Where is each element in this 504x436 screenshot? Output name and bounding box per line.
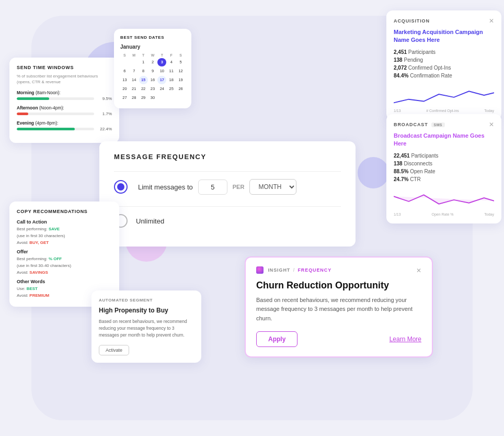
broadcast-close-button[interactable]: ✕ [489, 121, 494, 128]
cal-day-24[interactable]: 24 [157, 85, 166, 93]
cal-day-1[interactable]: 1 [139, 58, 148, 66]
afternoon-bar-val: 1.7% [97, 111, 112, 116]
cal-day-19[interactable]: 19 [176, 76, 185, 84]
insight-description: Based on recent behaviours, we recommend… [256, 296, 421, 323]
segment-description: Based on recent behaviours, we recommend… [99, 318, 194, 338]
cal-day-23[interactable]: 23 [148, 85, 157, 93]
afternoon-bar-row: 1.7% [17, 111, 112, 116]
morning-bar-fill [17, 97, 49, 100]
broadcast-stat-4: 24.7% CTR [394, 176, 494, 182]
cal-day-22[interactable]: 22 [139, 85, 148, 93]
cal-day-7[interactable]: 7 [130, 67, 139, 75]
acq-title: ACQUISITION [394, 18, 430, 24]
broadcast-title: BROADCAST [394, 122, 428, 127]
copy-offer-best: Best performing: % OFF [17, 256, 112, 262]
insight-heading: Churn Reduction Opportunity [256, 280, 421, 292]
copy-offer-heading: Offer [17, 249, 112, 254]
copy-title: COPY RECOMMENDATIONS [17, 209, 112, 214]
cal-day-8[interactable]: 8 [139, 67, 148, 75]
cal-day-13[interactable]: 13 [120, 76, 129, 84]
freq-limit-label: Limit messages to [138, 183, 193, 191]
broadcast-chart-label-end: Today [484, 213, 494, 216]
acq-stat-val-1: 2,451 [394, 49, 407, 55]
insight-actions: Apply Learn More [256, 331, 421, 347]
afternoon-bar-fill [17, 113, 28, 115]
cal-day-15[interactable]: 15 [139, 76, 148, 84]
broadcast-stat-val-4: 24.7% [394, 176, 408, 182]
broadcast-stat-val-2: 138 [394, 161, 403, 166]
insight-tag: INSIGHT / FREQUENCY [256, 267, 331, 274]
acq-stat-lbl-1: Participants [408, 49, 436, 55]
cal-header-t2: T [157, 53, 166, 58]
broadcast-stat-3: 88.5% Open Rate [394, 169, 494, 174]
cal-day-18[interactable]: 18 [167, 76, 176, 84]
acq-stat-optins: 2,072 Confirmed Opt-Ins [394, 65, 494, 71]
acq-stat-lbl-3: Confirmed Opt-Ins [408, 65, 451, 71]
acq-stat-participants: 2,451 Participants [394, 49, 494, 55]
apply-button[interactable]: Apply [256, 331, 297, 347]
learn-more-link[interactable]: Learn More [390, 336, 421, 343]
broadcast-title-row: BROADCAST SMS [394, 122, 445, 127]
acq-stat-pending: 138 Pending [394, 57, 494, 63]
freq-option-unlimited[interactable]: Unlimited [114, 206, 341, 235]
broadcast-campaign-name: Broadcast Campaign Name Goes Here [394, 132, 494, 148]
cal-day-3[interactable]: 3 [157, 58, 166, 66]
cal-header-s2: S [176, 53, 185, 58]
cal-day-30[interactable]: 30 [148, 94, 157, 102]
radio-limit-inner [117, 183, 124, 191]
copy-other-heading: Other Words [17, 279, 112, 284]
freq-option-limit[interactable]: Limit messages to PER DAY WEEK MONTH YEA… [114, 171, 341, 202]
cal-day-20[interactable]: 20 [120, 85, 129, 93]
cal-day[interactable] [120, 58, 129, 66]
cal-day-28[interactable]: 28 [130, 94, 139, 102]
cal-day-17[interactable]: 17 [157, 76, 166, 84]
calendar-grid: S M T W T F S 1 2 3 4 5 6 7 8 9 10 11 12… [120, 53, 185, 102]
sms-badge: SMS [431, 122, 445, 127]
broadcast-chart-labels: 1/13 Open Rate % Today [394, 213, 494, 216]
insight-header: INSIGHT / FREQUENCY ✕ [256, 267, 421, 274]
evening-label: Evening (4pm-8pm): [17, 120, 112, 126]
insight-frequency-card: INSIGHT / FREQUENCY ✕ Churn Reduction Op… [245, 256, 433, 357]
insight-close-button[interactable]: ✕ [416, 267, 421, 274]
segment-heading: High Propensity to Buy [99, 307, 194, 314]
cal-day [176, 94, 185, 102]
evening-bar-val: 22.4% [97, 127, 112, 131]
radio-limit[interactable] [114, 180, 128, 194]
acq-close-button[interactable]: ✕ [489, 18, 494, 24]
cal-day [167, 94, 176, 102]
acq-header: ACQUISITION ✕ [394, 18, 494, 24]
cal-header-w: W [148, 53, 157, 58]
cal-day-25[interactable]: 25 [167, 85, 176, 93]
evening-bar-row: 22.4% [17, 127, 112, 131]
cal-day-16[interactable]: 16 [148, 76, 157, 84]
broadcast-chart-label-mid: Open Rate % [431, 213, 453, 216]
cal-day-5[interactable]: 5 [176, 58, 185, 66]
acq-stat-val-3: 2,072 [394, 65, 407, 71]
cal-day-2[interactable]: 2 [148, 58, 157, 66]
cal-day-6[interactable]: 6 [120, 67, 129, 75]
cal-day-12[interactable]: 12 [176, 67, 185, 75]
cal-day-11[interactable]: 11 [167, 67, 176, 75]
insight-tag-prefix: INSIGHT [268, 267, 290, 273]
broadcast-stat-lbl-4: CTR [410, 176, 421, 182]
freq-number-input[interactable] [198, 180, 227, 195]
morning-label: Morning (8am-Noon): [17, 90, 112, 95]
morning-bar-track [17, 97, 94, 100]
cal-day-10[interactable]: 10 [157, 67, 166, 75]
freq-period-select[interactable]: DAY WEEK MONTH YEAR [249, 179, 296, 195]
cal-day-26[interactable]: 26 [176, 85, 185, 93]
cal-header-s1: S [120, 53, 129, 58]
acq-chart-label-mid: # Confirmed Opt-ins [426, 109, 459, 113]
cal-day-21[interactable]: 21 [130, 85, 139, 93]
cal-day[interactable] [130, 58, 139, 66]
calendar-card: BEST SEND DATES January S M T W T F S 1 … [114, 29, 191, 108]
cal-day-9[interactable]: 9 [148, 67, 157, 75]
cal-day-27[interactable]: 27 [120, 94, 129, 102]
acq-chart-label-start: 1/13 [394, 109, 401, 113]
broadcast-stat-val-1: 22,451 [394, 153, 410, 159]
cal-day-14[interactable]: 14 [130, 76, 139, 84]
activate-button[interactable]: Activate [99, 345, 129, 355]
broadcast-stat-val-3: 88.5% [394, 169, 408, 174]
cal-day-29[interactable]: 29 [139, 94, 148, 102]
cal-day-4[interactable]: 4 [167, 58, 176, 66]
